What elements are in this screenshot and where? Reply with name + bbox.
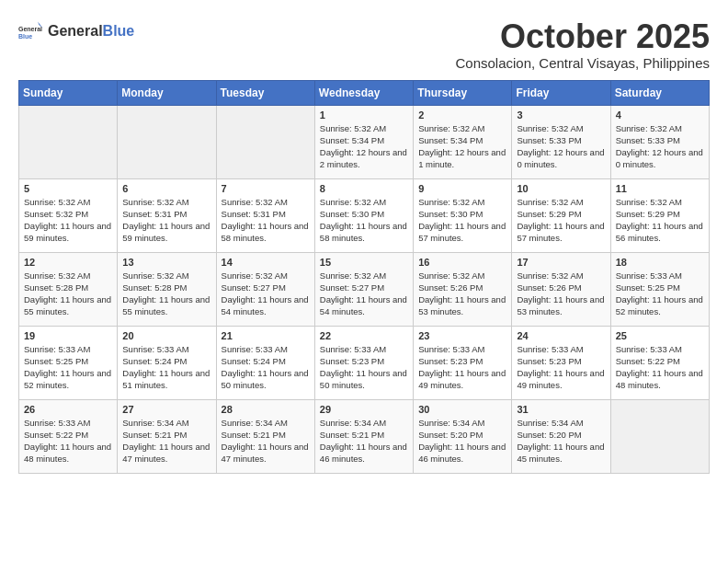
day-number: 24 xyxy=(517,330,605,341)
day-info: Sunrise: 5:32 AM Sunset: 5:30 PM Dayligh… xyxy=(418,196,506,245)
calendar-week-4: 19Sunrise: 5:33 AM Sunset: 5:25 PM Dayli… xyxy=(19,326,710,399)
day-number: 5 xyxy=(24,183,112,194)
day-info: Sunrise: 5:32 AM Sunset: 5:29 PM Dayligh… xyxy=(517,196,605,245)
day-info: Sunrise: 5:32 AM Sunset: 5:28 PM Dayligh… xyxy=(24,270,112,318)
day-number: 19 xyxy=(24,330,112,341)
day-number: 12 xyxy=(24,257,112,268)
day-number: 27 xyxy=(122,404,210,415)
day-info: Sunrise: 5:34 AM Sunset: 5:21 PM Dayligh… xyxy=(320,417,408,465)
calendar-week-1: 1Sunrise: 5:32 AM Sunset: 5:34 PM Daylig… xyxy=(19,105,710,178)
calendar-cell: 11Sunrise: 5:32 AM Sunset: 5:29 PM Dayli… xyxy=(610,178,709,252)
day-info: Sunrise: 5:33 AM Sunset: 5:24 PM Dayligh… xyxy=(222,343,310,392)
day-info: Sunrise: 5:32 AM Sunset: 5:26 PM Dayligh… xyxy=(418,270,506,318)
day-number: 18 xyxy=(616,257,704,268)
page-header: General Blue General Blue October 2025 C… xyxy=(18,18,710,71)
day-number: 16 xyxy=(418,257,506,268)
day-info: Sunrise: 5:32 AM Sunset: 5:33 PM Dayligh… xyxy=(616,122,704,171)
svg-text:Blue: Blue xyxy=(18,33,32,40)
calendar-cell xyxy=(216,105,314,178)
calendar-header-row: SundayMondayTuesdayWednesdayThursdayFrid… xyxy=(19,80,710,105)
day-number: 11 xyxy=(616,183,704,194)
day-info: Sunrise: 5:33 AM Sunset: 5:22 PM Dayligh… xyxy=(616,343,704,392)
day-number: 1 xyxy=(320,109,408,121)
calendar-cell: 4Sunrise: 5:32 AM Sunset: 5:33 PM Daylig… xyxy=(610,105,709,178)
day-info: Sunrise: 5:34 AM Sunset: 5:20 PM Dayligh… xyxy=(517,417,605,465)
calendar-cell: 15Sunrise: 5:32 AM Sunset: 5:27 PM Dayli… xyxy=(314,252,413,326)
calendar-week-3: 12Sunrise: 5:32 AM Sunset: 5:28 PM Dayli… xyxy=(19,252,710,326)
calendar-cell: 25Sunrise: 5:33 AM Sunset: 5:22 PM Dayli… xyxy=(610,326,709,399)
day-info: Sunrise: 5:32 AM Sunset: 5:34 PM Dayligh… xyxy=(320,122,408,171)
calendar-cell: 30Sunrise: 5:34 AM Sunset: 5:20 PM Dayli… xyxy=(414,399,512,473)
day-info: Sunrise: 5:32 AM Sunset: 5:31 PM Dayligh… xyxy=(122,196,210,245)
day-number: 15 xyxy=(320,257,408,268)
calendar-cell: 12Sunrise: 5:32 AM Sunset: 5:28 PM Dayli… xyxy=(19,252,118,326)
calendar-cell: 26Sunrise: 5:33 AM Sunset: 5:22 PM Dayli… xyxy=(19,399,118,473)
day-number: 17 xyxy=(517,257,605,268)
svg-text:General: General xyxy=(18,26,42,32)
day-number: 25 xyxy=(616,330,704,341)
day-header-tuesday: Tuesday xyxy=(216,80,314,105)
calendar-cell: 22Sunrise: 5:33 AM Sunset: 5:23 PM Dayli… xyxy=(314,326,413,399)
day-info: Sunrise: 5:34 AM Sunset: 5:21 PM Dayligh… xyxy=(122,417,210,465)
calendar-cell: 3Sunrise: 5:32 AM Sunset: 5:33 PM Daylig… xyxy=(512,105,610,178)
day-number: 22 xyxy=(320,330,408,341)
day-info: Sunrise: 5:32 AM Sunset: 5:33 PM Dayligh… xyxy=(517,122,605,171)
logo-icon: General Blue xyxy=(18,18,44,44)
day-header-sunday: Sunday xyxy=(19,80,118,105)
logo-general-text: General xyxy=(48,23,103,40)
month-title: October 2025 xyxy=(455,18,710,55)
logo-blue-text: Blue xyxy=(103,23,135,40)
calendar-cell xyxy=(118,105,216,178)
calendar-week-2: 5Sunrise: 5:32 AM Sunset: 5:32 PM Daylig… xyxy=(19,178,710,252)
calendar-cell: 8Sunrise: 5:32 AM Sunset: 5:30 PM Daylig… xyxy=(314,178,413,252)
day-number: 26 xyxy=(24,404,112,415)
day-number: 9 xyxy=(418,183,506,194)
day-info: Sunrise: 5:32 AM Sunset: 5:27 PM Dayligh… xyxy=(320,270,408,318)
day-number: 2 xyxy=(418,109,506,121)
day-info: Sunrise: 5:33 AM Sunset: 5:25 PM Dayligh… xyxy=(616,270,704,318)
day-info: Sunrise: 5:32 AM Sunset: 5:30 PM Dayligh… xyxy=(320,196,408,245)
day-header-thursday: Thursday xyxy=(414,80,512,105)
calendar-cell: 1Sunrise: 5:32 AM Sunset: 5:34 PM Daylig… xyxy=(314,105,413,178)
day-number: 20 xyxy=(122,330,210,341)
day-number: 23 xyxy=(418,330,506,341)
day-header-saturday: Saturday xyxy=(610,80,709,105)
day-number: 14 xyxy=(222,257,310,268)
day-number: 13 xyxy=(122,257,210,268)
day-number: 8 xyxy=(320,183,408,194)
calendar-cell: 5Sunrise: 5:32 AM Sunset: 5:32 PM Daylig… xyxy=(19,178,118,252)
day-header-friday: Friday xyxy=(512,80,610,105)
day-info: Sunrise: 5:32 AM Sunset: 5:29 PM Dayligh… xyxy=(616,196,704,245)
day-info: Sunrise: 5:33 AM Sunset: 5:22 PM Dayligh… xyxy=(24,417,112,465)
day-number: 6 xyxy=(122,183,210,194)
day-number: 10 xyxy=(517,183,605,194)
calendar-cell: 19Sunrise: 5:33 AM Sunset: 5:25 PM Dayli… xyxy=(19,326,118,399)
day-number: 7 xyxy=(222,183,310,194)
day-number: 4 xyxy=(616,109,704,121)
calendar-cell: 9Sunrise: 5:32 AM Sunset: 5:30 PM Daylig… xyxy=(414,178,512,252)
logo: General Blue General Blue xyxy=(18,18,134,44)
calendar-cell: 28Sunrise: 5:34 AM Sunset: 5:21 PM Dayli… xyxy=(216,399,314,473)
calendar-cell: 7Sunrise: 5:32 AM Sunset: 5:31 PM Daylig… xyxy=(216,178,314,252)
calendar-cell: 23Sunrise: 5:33 AM Sunset: 5:23 PM Dayli… xyxy=(414,326,512,399)
day-info: Sunrise: 5:33 AM Sunset: 5:24 PM Dayligh… xyxy=(122,343,210,392)
day-header-wednesday: Wednesday xyxy=(314,80,413,105)
calendar-cell: 14Sunrise: 5:32 AM Sunset: 5:27 PM Dayli… xyxy=(216,252,314,326)
calendar-cell: 6Sunrise: 5:32 AM Sunset: 5:31 PM Daylig… xyxy=(118,178,216,252)
calendar-cell: 16Sunrise: 5:32 AM Sunset: 5:26 PM Dayli… xyxy=(414,252,512,326)
calendar-cell: 21Sunrise: 5:33 AM Sunset: 5:24 PM Dayli… xyxy=(216,326,314,399)
location-subtitle: Consolacion, Central Visayas, Philippine… xyxy=(455,55,710,71)
day-info: Sunrise: 5:32 AM Sunset: 5:28 PM Dayligh… xyxy=(122,270,210,318)
calendar-cell: 18Sunrise: 5:33 AM Sunset: 5:25 PM Dayli… xyxy=(610,252,709,326)
calendar-table: SundayMondayTuesdayWednesdayThursdayFrid… xyxy=(18,80,710,474)
day-info: Sunrise: 5:32 AM Sunset: 5:26 PM Dayligh… xyxy=(517,270,605,318)
day-info: Sunrise: 5:32 AM Sunset: 5:34 PM Dayligh… xyxy=(418,122,506,171)
calendar-cell: 2Sunrise: 5:32 AM Sunset: 5:34 PM Daylig… xyxy=(414,105,512,178)
day-number: 3 xyxy=(517,109,605,121)
day-info: Sunrise: 5:32 AM Sunset: 5:32 PM Dayligh… xyxy=(24,196,112,245)
day-number: 30 xyxy=(418,404,506,415)
day-info: Sunrise: 5:33 AM Sunset: 5:23 PM Dayligh… xyxy=(320,343,408,392)
calendar-cell: 31Sunrise: 5:34 AM Sunset: 5:20 PM Dayli… xyxy=(512,399,610,473)
calendar-cell: 24Sunrise: 5:33 AM Sunset: 5:23 PM Dayli… xyxy=(512,326,610,399)
day-number: 31 xyxy=(517,404,605,415)
